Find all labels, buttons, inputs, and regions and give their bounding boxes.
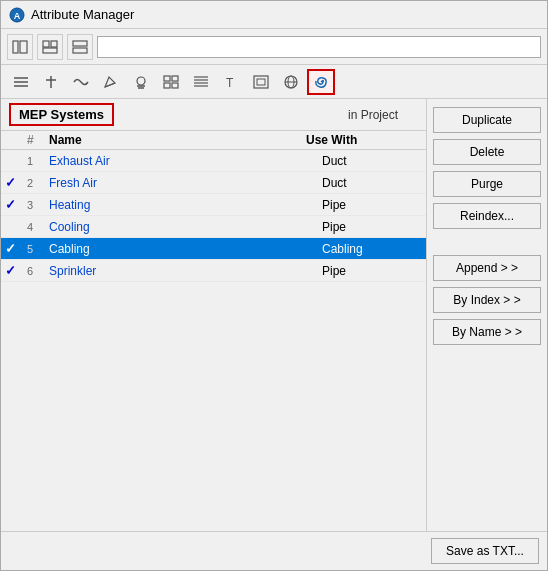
row-name-3: Heating [49, 198, 322, 212]
globe-tool-btn[interactable] [277, 69, 305, 95]
text-tool-btn[interactable]: T [217, 69, 245, 95]
view-btn1[interactable] [7, 34, 33, 60]
save-as-txt-button[interactable]: Save as TXT... [431, 538, 539, 564]
view-icon1 [12, 40, 28, 54]
table-row[interactable]: 4 Cooling Pipe [1, 216, 426, 238]
row-num-6: 6 [27, 265, 49, 277]
purge-button[interactable]: Purge [433, 171, 541, 197]
svg-text:A: A [14, 11, 21, 21]
left-panel: MEP Systems in Project # Name Use With 1… [1, 99, 427, 531]
main-content: MEP Systems in Project # Name Use With 1… [1, 99, 547, 531]
svg-rect-6 [43, 48, 57, 53]
svg-rect-8 [73, 48, 87, 53]
pin-icon [42, 74, 60, 90]
row-num-5: 5 [27, 243, 49, 255]
spiral-icon [312, 74, 330, 90]
panel-header: MEP Systems in Project [1, 99, 426, 131]
row-name-4: Cooling [49, 220, 322, 234]
grid-icon [162, 74, 180, 90]
duplicate-button[interactable]: Duplicate [433, 107, 541, 133]
svg-rect-18 [164, 76, 170, 81]
svg-rect-20 [164, 83, 170, 88]
svg-rect-21 [172, 83, 178, 88]
row-name-6: Sprinkler [49, 264, 322, 278]
view-icon3 [72, 40, 88, 54]
table-body[interactable]: 1 Exhaust Air Duct ✓ 2 Fresh Air Duct ✓ … [1, 150, 426, 531]
row-usewith-3: Pipe [322, 198, 422, 212]
view-btn2[interactable] [37, 34, 63, 60]
svg-rect-19 [172, 76, 178, 81]
row-num-4: 4 [27, 221, 49, 233]
panel-title: MEP Systems [9, 103, 114, 126]
frame-icon [252, 74, 270, 90]
table-row[interactable]: 1 Exhaust Air Duct [1, 150, 426, 172]
panel-subtitle: in Project [348, 108, 398, 122]
svg-rect-4 [43, 41, 49, 47]
wave-icon [72, 74, 90, 90]
row-usewith-2: Duct [322, 176, 422, 190]
pencil-tool-btn[interactable] [97, 69, 125, 95]
pin-tool-btn[interactable] [37, 69, 65, 95]
toolbar-row2: T [1, 65, 547, 99]
append-button[interactable]: Append > > [433, 255, 541, 281]
globe-icon [282, 74, 300, 90]
row-name-2: Fresh Air [49, 176, 322, 190]
row-usewith-5: Cabling [322, 242, 422, 256]
main-window: A Attribute Manager [0, 0, 548, 571]
table-header: # Name Use With [1, 131, 426, 150]
svg-point-15 [137, 77, 145, 85]
svg-rect-3 [20, 41, 27, 53]
lines-icon [192, 74, 210, 90]
svg-rect-7 [73, 41, 87, 46]
app-icon: A [9, 7, 25, 23]
view-btn3[interactable] [67, 34, 93, 60]
svg-rect-5 [51, 41, 57, 47]
row-usewith-4: Pipe [322, 220, 422, 234]
row-num-3: 3 [27, 199, 49, 211]
row-check-6: ✓ [5, 263, 27, 278]
layers-tool-btn[interactable] [7, 69, 35, 95]
row-check-2: ✓ [5, 175, 27, 190]
svg-rect-27 [254, 76, 268, 88]
svg-rect-2 [13, 41, 18, 53]
view-icon2 [42, 40, 58, 54]
col-name-header: Name [49, 133, 306, 147]
row-num-1: 1 [27, 155, 49, 167]
search-input[interactable] [97, 36, 541, 58]
bottom-bar: Save as TXT... [1, 531, 547, 570]
right-panel: Duplicate Delete Purge Reindex... Append… [427, 99, 547, 531]
delete-button[interactable]: Delete [433, 139, 541, 165]
toolbar-row1 [1, 29, 547, 65]
stamp-tool-btn[interactable] [127, 69, 155, 95]
window-title: Attribute Manager [31, 7, 134, 22]
by-name-button[interactable]: By Name > > [433, 319, 541, 345]
lines-tool-btn[interactable] [187, 69, 215, 95]
frame-tool-btn[interactable] [247, 69, 275, 95]
table-row[interactable]: ✓ 5 Cabling Cabling [1, 238, 426, 260]
title-bar: A Attribute Manager [1, 1, 547, 29]
grid-tool-btn[interactable] [157, 69, 185, 95]
reindex-button[interactable]: Reindex... [433, 203, 541, 229]
wave-tool-btn[interactable] [67, 69, 95, 95]
pencil-icon [102, 74, 120, 90]
row-usewith-6: Pipe [322, 264, 422, 278]
by-index-button[interactable]: By Index > > [433, 287, 541, 313]
stamp-icon [132, 74, 150, 90]
row-check-5: ✓ [5, 241, 27, 256]
layers-icon [12, 74, 30, 90]
row-num-2: 2 [27, 177, 49, 189]
row-usewith-1: Duct [322, 154, 422, 168]
svg-text:T: T [226, 76, 234, 90]
table-row[interactable]: ✓ 6 Sprinkler Pipe [1, 260, 426, 282]
text-icon: T [222, 74, 240, 90]
spiral-tool-btn[interactable] [307, 69, 335, 95]
svg-rect-28 [257, 79, 265, 85]
col-num-header: # [27, 133, 49, 147]
row-check-3: ✓ [5, 197, 27, 212]
table-row[interactable]: ✓ 3 Heating Pipe [1, 194, 426, 216]
table-row[interactable]: ✓ 2 Fresh Air Duct [1, 172, 426, 194]
row-name-5: Cabling [49, 242, 322, 256]
row-name-1: Exhaust Air [49, 154, 322, 168]
col-usewith-header: Use With [306, 133, 406, 147]
